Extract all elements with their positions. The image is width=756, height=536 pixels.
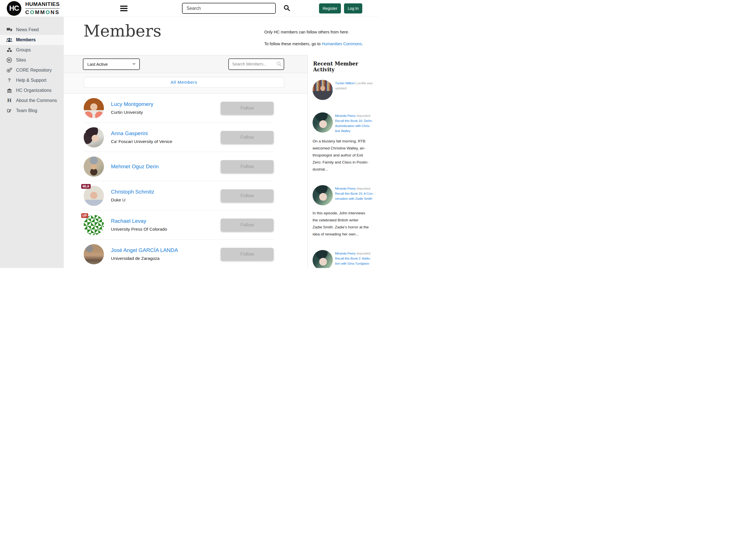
- sort-select[interactable]: Last Active: [83, 58, 140, 70]
- login-button[interactable]: Log In: [344, 3, 362, 14]
- activity-actor-link[interactable]: Miranda Peery: [335, 252, 356, 255]
- member-row: MLA Christoph Schmitz Duke U Follow: [84, 181, 273, 211]
- member-name-link[interactable]: Lucy Montgomery: [111, 101, 153, 107]
- member-avatar[interactable]: [84, 127, 104, 148]
- follow-button[interactable]: Follow: [221, 160, 273, 173]
- member-avatar[interactable]: [84, 98, 104, 118]
- sidebar-item-news-feed[interactable]: News Feed: [0, 25, 64, 35]
- comments-icon: [6, 27, 13, 33]
- hc-monogram-icon: HC: [7, 1, 21, 16]
- sidebar-item-sites[interactable]: W Sites: [0, 55, 64, 65]
- member-row: José Angel GARCÍA LANDA Universidad de Z…: [84, 240, 273, 268]
- activity-action: deposited: [356, 187, 370, 190]
- gears-icon: [6, 67, 13, 73]
- header-search: [182, 3, 276, 14]
- member-info: José Angel GARCÍA LANDA Universidad de Z…: [111, 247, 221, 261]
- search-icon: [283, 4, 290, 12]
- activity-title-link[interactable]: Recall this Book 16: De/In- dustrializat…: [335, 119, 372, 133]
- activity-actor-link[interactable]: Miranda Peery: [335, 114, 356, 117]
- sidebar-item-team-blog[interactable]: Team Blog: [0, 106, 64, 116]
- follow-button[interactable]: Follow: [221, 131, 273, 144]
- h-icon: H: [6, 98, 13, 103]
- sidebar-item-label: Sites: [16, 57, 26, 63]
- member-name-link[interactable]: José Angel GARCÍA LANDA: [111, 247, 178, 253]
- activity-title-link[interactable]: Recall this Book 2: Addic- tion with Gin…: [335, 257, 371, 265]
- members-main: Last Active All Members Lucy: [64, 55, 307, 268]
- member-row: Anna Gasperini Ca' Foscari University of…: [84, 123, 273, 152]
- activity-actor-link[interactable]: Miranda Peery: [335, 187, 356, 190]
- header-search-button[interactable]: [283, 4, 290, 12]
- activity-excerpt: In this episode, John interviews the cel…: [313, 210, 375, 238]
- sidebar-nav: News Feed Members Groups W Sites CORE Re…: [0, 17, 64, 268]
- follow-note: Only HC members can follow others from h…: [264, 29, 363, 53]
- activity-title-link[interactable]: Recall this Book 15: A Con- versation wi…: [335, 192, 373, 200]
- menu-toggle-button[interactable]: [119, 5, 129, 12]
- activity-text: Miranda Peery deposited Recall this Book…: [335, 113, 372, 133]
- member-info: Lucy Montgomery Curtin University: [111, 101, 221, 115]
- svg-text:H: H: [7, 98, 12, 103]
- sidebar-item-groups[interactable]: Groups: [0, 45, 64, 55]
- member-info: Christoph Schmitz Duke U: [111, 189, 221, 203]
- activity-heading: Recent Member Activity: [313, 61, 375, 73]
- auth-buttons: Register Log In: [319, 3, 362, 14]
- member-avatar[interactable]: [84, 244, 104, 264]
- member-affiliation: Curtin University: [111, 110, 221, 115]
- activity-head: Tucker Million’s profile was updated: [313, 80, 375, 100]
- sidebar-item-about-the-commons[interactable]: H About the Commons: [0, 95, 64, 106]
- site-logo[interactable]: HC HUMANITIES COMMONS: [7, 1, 59, 16]
- humanities-commons-link[interactable]: Humanities Commons: [322, 42, 362, 46]
- activity-avatar[interactable]: [313, 250, 333, 268]
- activity-item: Miranda Peery deposited Recall this Book…: [313, 112, 375, 173]
- edit-icon: [6, 108, 13, 114]
- activity-actor-link[interactable]: Tucker Million: [335, 82, 354, 85]
- wordpress-icon: W: [6, 57, 13, 63]
- activity-item: Tucker Million’s profile was updated: [313, 80, 375, 100]
- app-body: News Feed Members Groups W Sites CORE Re…: [0, 17, 378, 268]
- activity-action: deposited: [356, 252, 370, 255]
- member-avatar[interactable]: [84, 156, 104, 177]
- sidebar-item-label: About the Commons: [16, 98, 57, 103]
- title-band: Members Only HC members can follow other…: [64, 17, 378, 55]
- register-button[interactable]: Register: [319, 3, 341, 14]
- sidebar-item-core-repository[interactable]: CORE Repository: [0, 65, 64, 75]
- up-badge: UP: [81, 213, 88, 218]
- activity-text: Miranda Peery deposited Recall this Book…: [335, 251, 371, 266]
- member-info: Rachael Levay University Press Of Colora…: [111, 218, 221, 232]
- member-row: Mehmet Oguz Derin Follow: [84, 152, 273, 181]
- member-name-link[interactable]: Rachael Levay: [111, 218, 146, 224]
- member-avatar[interactable]: MLA: [84, 186, 104, 206]
- follow-button[interactable]: Follow: [221, 248, 273, 260]
- sidebar-item-hc-organizations[interactable]: HC Organizations: [0, 85, 64, 95]
- note-line2-prefix: To follow these members, go to: [264, 42, 322, 46]
- member-name-link[interactable]: Christoph Schmitz: [111, 189, 154, 195]
- member-avatar[interactable]: UP: [84, 215, 104, 235]
- follow-button[interactable]: Follow: [221, 189, 273, 202]
- activity-avatar[interactable]: [313, 112, 333, 133]
- header-search-input[interactable]: [182, 3, 276, 14]
- columns: Last Active All Members Lucy: [64, 55, 378, 268]
- note-line1: Only HC members can follow others from h…: [264, 29, 363, 35]
- top-header: HC HUMANITIES COMMONS Register Log In: [0, 0, 378, 17]
- member-name-link[interactable]: Anna Gasperini: [111, 130, 148, 137]
- svg-text:W: W: [7, 58, 11, 62]
- activity-avatar[interactable]: [313, 80, 333, 100]
- follow-button[interactable]: Follow: [221, 102, 273, 114]
- activity-head: Miranda Peery deposited Recall this Book…: [313, 112, 375, 133]
- hamburger-icon: [120, 6, 128, 7]
- tab-all-members[interactable]: All Members: [84, 77, 284, 87]
- sidebar-item-label: Team Blog: [16, 108, 37, 113]
- member-row: Lucy Montgomery Curtin University Follow: [84, 93, 273, 123]
- member-info: Mehmet Oguz Derin: [111, 163, 221, 170]
- sidebar-item-label: Help & Support: [16, 78, 47, 83]
- member-affiliation: Duke U: [111, 197, 221, 203]
- sidebar-item-members[interactable]: Members: [0, 35, 64, 45]
- member-affiliation: Ca' Foscari University of Venice: [111, 139, 221, 144]
- member-name-link[interactable]: Mehmet Oguz Derin: [111, 163, 159, 170]
- question-icon: ?: [6, 78, 13, 83]
- follow-button[interactable]: Follow: [221, 218, 273, 231]
- member-list: Lucy Montgomery Curtin University Follow…: [64, 93, 307, 268]
- sidebar-item-help-support[interactable]: ? Help & Support: [0, 75, 64, 85]
- note-line2: To follow these members, go to Humanitie…: [264, 41, 363, 47]
- activity-avatar[interactable]: [313, 185, 333, 205]
- search-icon: [276, 61, 282, 68]
